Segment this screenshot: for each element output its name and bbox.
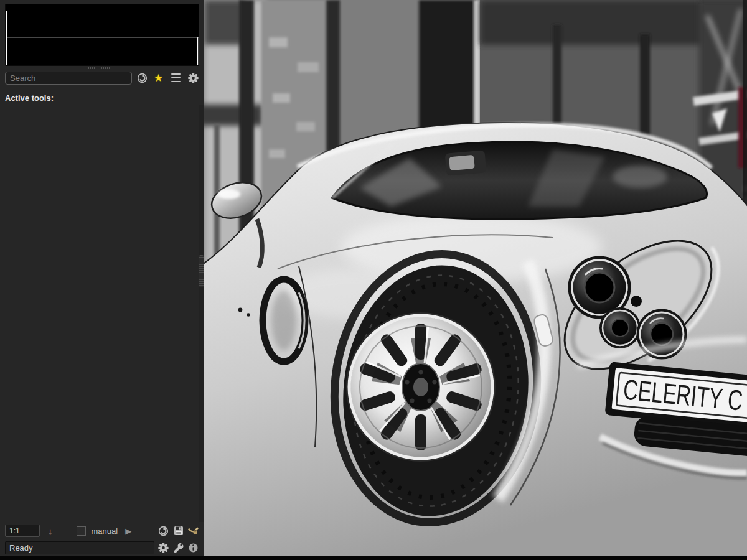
status-text: Ready [9,543,33,553]
settings-gear-button[interactable] [157,542,169,554]
photivo-window: ★ Active tools: [0,0,747,560]
zoom-toolbar: 1:1 ↓ manual ▶ [5,523,199,539]
run-pipe-icon[interactable] [187,525,199,537]
histogram-resize-grip[interactable] [88,67,116,69]
zoom-level-select[interactable]: 1:1 [5,525,40,537]
image-viewport[interactable]: CELERITY C [204,0,747,560]
manual-checkbox[interactable] [77,526,86,536]
zoom-fit-icon[interactable]: ↓ [48,526,53,536]
image-bottom-strip [204,556,747,560]
search-reset-icon[interactable] [136,72,148,84]
run-triangle-icon[interactable]: ▶ [125,526,131,536]
info-icon[interactable] [187,542,199,554]
tools-scrollbar-thumb[interactable] [199,255,204,287]
search-toolbar: ★ [5,70,199,85]
search-input[interactable] [5,72,132,85]
status-toolbar: Ready [5,540,199,556]
headlight-lamp-mid [601,309,639,347]
zoom-select-divider [32,526,32,535]
sidebar: ★ Active tools: [0,0,204,560]
active-tools-header: Active tools: [5,93,204,103]
save-icon[interactable] [172,525,184,537]
window-bottom-strip [0,556,204,560]
favorites-star-icon[interactable]: ★ [153,72,164,84]
tool-list-menu-icon[interactable] [170,72,182,84]
settings-gear-icon[interactable] [187,72,199,84]
manual-label: manual [92,526,118,536]
active-tools-list [0,105,204,106]
main-image: CELERITY C [204,0,747,560]
headlight-sensor-dot [631,296,642,307]
rearview-mirror [445,150,487,175]
reset-pipe-icon[interactable] [157,525,169,537]
status-bar: Ready [5,541,154,554]
wrench-icon[interactable] [172,542,184,554]
histogram-panel[interactable] [5,4,199,66]
histogram-chart [6,4,199,65]
tools-scrollbar[interactable] [199,105,204,522]
zoom-level-value: 1:1 [9,526,20,535]
